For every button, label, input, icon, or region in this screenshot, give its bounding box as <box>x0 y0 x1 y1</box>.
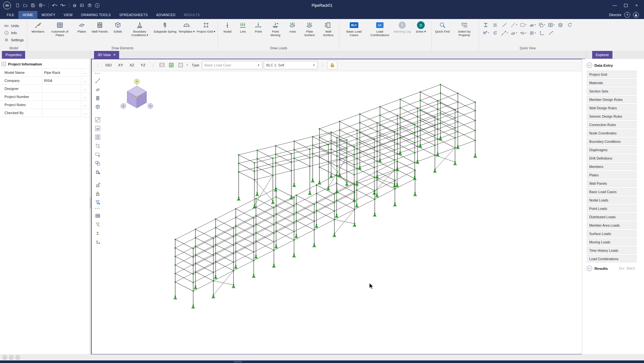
select-polygon-button[interactable] <box>94 142 101 149</box>
save-model-button[interactable] <box>30 2 36 8</box>
quickview-qv-gridsm[interactable]: ▾ <box>528 29 537 36</box>
property-value[interactable] <box>42 93 81 101</box>
tab-3d-view[interactable]: 3D View × <box>94 51 119 59</box>
about-button[interactable]: ⓘ <box>94 3 100 8</box>
collapse-icon[interactable]: − <box>2 62 6 66</box>
ribbon-button-area[interactable]: Area <box>285 20 300 34</box>
ribbon-button-wall-surface[interactable]: Wall Surface <box>319 20 337 37</box>
redo-button[interactable]: ↷▾ <box>59 3 66 8</box>
results-row[interactable]: Results Env Batch <box>587 266 635 271</box>
view-preset-1-button[interactable] <box>3 355 7 360</box>
new-model-button[interactable] <box>14 2 21 8</box>
explorer-item-node-coordinates[interactable]: Node Coordinates <box>587 129 637 137</box>
orientation-cube[interactable]: Y X Z <box>117 78 159 115</box>
quickview-qv-plane3[interactable]: ▾ <box>519 29 527 36</box>
screen-capture-button[interactable] <box>86 2 93 8</box>
explorer-item-connection-rules[interactable]: Connection Rules <box>587 121 637 128</box>
view-button-xy[interactable]: XY <box>115 62 126 68</box>
ribbon-button-plate-surface[interactable]: Plate Surface <box>300 20 319 37</box>
drag-dots-icon[interactable]: ••• <box>95 73 100 75</box>
explorer-item-project-grid[interactable]: Project Grid <box>587 71 637 78</box>
view-preset-2-button[interactable] <box>9 355 14 360</box>
menu-item-results[interactable]: RESULTS <box>180 11 204 19</box>
explorer-item-seismic-design-rules[interactable]: Seismic Design Rules <box>587 113 637 120</box>
load-case-dropdown[interactable]: BLC 1: Self ▼ <box>264 61 318 69</box>
lock-view-button[interactable] <box>327 61 337 70</box>
account-icon[interactable] <box>633 12 639 18</box>
quickview-qv-measure[interactable]: ▾ <box>500 29 509 36</box>
ribbon-button-load-combinations[interactable]: LCLoad Combinations <box>367 20 393 37</box>
property-browse-button[interactable]: ... <box>81 93 90 101</box>
quickview-qv-planegrid[interactable]: ▾ <box>528 21 537 28</box>
explorer-item-time-history-loads[interactable]: Time History Loads <box>587 247 637 254</box>
quickview-qv-distload[interactable] <box>491 21 499 28</box>
property-value[interactable] <box>42 101 81 109</box>
graphic-select-button[interactable] <box>167 61 176 69</box>
menu-item-view[interactable]: VIEW <box>60 11 77 19</box>
ribbon-button-boundary-conditions[interactable]: Boundary Conditions ▾ <box>127 20 153 37</box>
menu-item-drawing-tools[interactable]: DRAWING TOOLS <box>77 11 115 19</box>
property-value[interactable]: Pipe Rack <box>42 69 81 76</box>
quickview-qv-grid2[interactable]: ▾ <box>547 21 555 28</box>
property-browse-button[interactable]: ... <box>81 101 90 109</box>
explorer-item-wall-design-rules[interactable]: Wall Design Rules <box>587 104 637 112</box>
quickview-qv-node-n[interactable]: N▾ <box>481 29 490 36</box>
property-browse-button[interactable]: ... <box>81 69 90 76</box>
ribbon-button-members[interactable]: Members <box>29 20 47 34</box>
view-button-yz[interactable]: YZ <box>138 62 148 68</box>
quickview-qv-ibeam[interactable] <box>481 21 490 28</box>
unselect-button[interactable]: ⊖ <box>72 3 78 8</box>
ribbon-button-line[interactable]: Line <box>235 20 251 34</box>
snapshot-button[interactable] <box>79 2 85 8</box>
ribbon-button-automesh-of-plates[interactable]: Automesh of Plates <box>47 20 73 37</box>
explorer-item-distributed-loads[interactable]: Distributed Loads <box>587 213 637 221</box>
explorer-item-member-design-rules[interactable]: Member Design Rules <box>587 96 637 103</box>
quickview-qv-stack[interactable]: ▾ <box>537 21 546 28</box>
quickview-qv-deform[interactable] <box>547 29 555 36</box>
close-button[interactable]: × <box>631 0 642 11</box>
property-value[interactable]: RISA <box>42 77 81 84</box>
quickview-qv-marquee[interactable]: ▾ <box>519 21 527 28</box>
quickview-qv-refresh[interactable] <box>565 21 574 28</box>
print-button[interactable]: ▾ <box>37 2 46 8</box>
tab-close-icon[interactable]: × <box>113 53 116 57</box>
ribbon-button-quick-find[interactable]: Quick Find <box>433 20 451 34</box>
draw-wall-button[interactable] <box>94 95 101 101</box>
explorer-item-boundary-conditions[interactable]: Boundary Conditions <box>587 138 637 145</box>
lock-selection-button[interactable] <box>94 169 101 175</box>
explorer-item-diaphragms[interactable]: Diaphragms <box>587 146 637 153</box>
3d-canvas[interactable]: ••••••ΣΣ Y X <box>92 71 584 354</box>
menu-item-file[interactable]: FILE <box>3 11 18 19</box>
explorer-item-member-area-loads[interactable]: Member Area Loads <box>587 221 637 229</box>
view-button-iso[interactable]: ISO <box>102 62 115 68</box>
load-type-dropdown[interactable]: Basic Load Case ▼ <box>202 61 262 69</box>
quickview-qv-plane2[interactable]: ▾ <box>509 29 518 36</box>
menu-item-spreadsheets[interactable]: SPREADSHEETS <box>115 11 152 19</box>
ribbon-button-wall-panels[interactable]: Wall Panels <box>91 20 109 34</box>
property-value[interactable] <box>42 109 81 117</box>
ribbon-button-subgrade-spring[interactable]: Subgrade Spring <box>153 20 177 34</box>
maximize-button[interactable] <box>620 0 631 11</box>
explorer-item-load-combinations[interactable]: Load Combinations <box>587 255 637 262</box>
draw-member-button[interactable] <box>94 77 101 84</box>
batch-label[interactable]: Batch <box>627 267 635 270</box>
sum-button[interactable]: Σ <box>94 230 101 236</box>
explorer-item-plates[interactable]: Plates <box>587 171 637 179</box>
ribbon-button-plates[interactable]: Plates <box>73 20 91 34</box>
view-preset-3-button[interactable] <box>15 355 20 360</box>
quickview-qv-diagdash[interactable]: ▾ <box>509 21 518 28</box>
ribbon-button-basic-load-cases[interactable]: BLCBasic Load Cases <box>341 20 367 37</box>
ribbon-button-point[interactable]: Point <box>251 20 266 34</box>
ribbon-button-point-moving[interactable]: Point Moving <box>266 20 285 37</box>
select-plate-button[interactable] <box>94 125 101 132</box>
explorer-item-moving-loads[interactable]: Moving Loads <box>587 238 637 246</box>
selection-filter-button[interactable] <box>94 199 101 205</box>
undo-button[interactable]: ↶▾ <box>51 3 58 8</box>
ribbon-button-info[interactable]: Info <box>2 30 18 36</box>
ribbon-button-warning-log[interactable]: !Warning Log <box>393 20 412 34</box>
unlock-button[interactable] <box>94 182 101 188</box>
env-label[interactable]: Env <box>619 267 624 270</box>
quickview-qv-rotate[interactable] <box>491 29 499 36</box>
ribbon-button-units[interactable]: Units <box>2 23 21 29</box>
explorer-item-materials[interactable]: Materials <box>587 79 637 86</box>
